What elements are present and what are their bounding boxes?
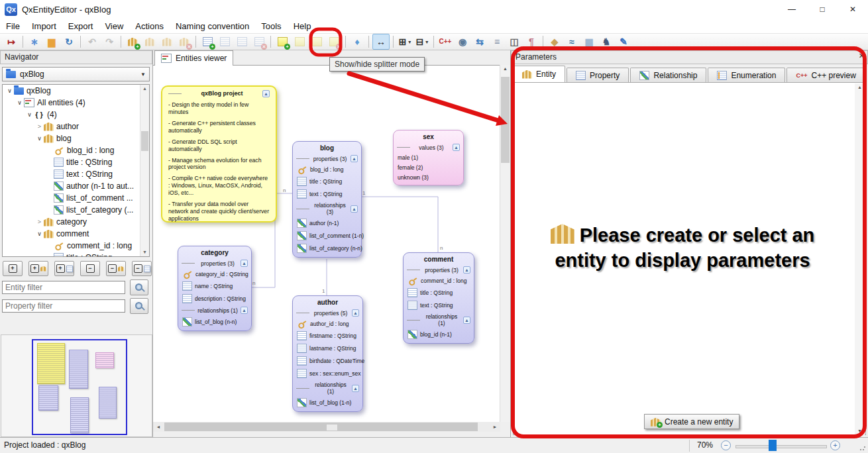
zoom-slider-thumb[interactable] <box>769 440 777 451</box>
tree-item-comment-id-long[interactable]: comment_id : long <box>3 240 149 252</box>
menu-actions[interactable]: Actions <box>129 20 170 32</box>
tree-item-title-qstring[interactable]: title : QString <box>3 252 149 257</box>
menu-file[interactable]: File <box>0 20 26 32</box>
tab-property[interactable]: Property <box>567 68 629 82</box>
entity-filter-search-button[interactable] <box>130 279 148 295</box>
collapse-section-button[interactable]: ▲ <box>453 144 460 151</box>
project-note[interactable]: qxBlog project ▲ - Design the entity mod… <box>161 85 277 223</box>
entity-row-author-id-long[interactable]: author_id : long <box>293 318 362 329</box>
tab-c-preview[interactable]: C++C++ preview <box>787 68 865 82</box>
collapse-section-button[interactable]: ▲ <box>351 155 358 162</box>
parameters-scrollbar[interactable]: ▲ ▼ <box>855 83 865 435</box>
entity-row-title-qstring[interactable]: title : QString <box>293 175 361 187</box>
expanded-chevron-icon[interactable]: ∨ <box>15 99 24 106</box>
entity-row-name-qstring[interactable]: name : QString <box>178 279 251 292</box>
collapse-section-button[interactable]: ▲ <box>352 309 359 317</box>
cpp-export-button[interactable]: C++ <box>437 34 453 49</box>
entity-row-sex-sex-enum-sex[interactable]: sex : sex::enum_sex <box>293 367 362 379</box>
postgresql-button[interactable]: ♞ <box>598 34 614 49</box>
entity-row-list-of-blog-1-n[interactable]: list_of_blog (1-n) <box>293 396 362 409</box>
canvas-vscroll-thumb[interactable] <box>501 77 510 163</box>
scroll-up-icon[interactable]: ▲ <box>140 85 149 93</box>
new-project-button[interactable]: ∗ <box>27 34 42 49</box>
expanded-chevron-icon[interactable]: ∨ <box>35 135 44 142</box>
collapse-section-button[interactable]: ▲ <box>352 385 359 392</box>
tab-relationship[interactable]: Relationship <box>630 68 706 82</box>
zoom-out-button[interactable]: − <box>721 440 731 450</box>
canvas-vertical-scrollbar[interactable]: ▲ <box>500 65 510 422</box>
tree-item-title-qstring[interactable]: title : QString <box>3 156 149 168</box>
tree-item-4[interactable]: ∨{ }(4) <box>3 109 149 121</box>
tab-entity[interactable]: Entity <box>513 66 565 82</box>
entity-row-text-qstring[interactable]: text : QString <box>404 299 474 311</box>
property-filter-search-button[interactable] <box>130 298 148 314</box>
entity-row-list-of-category-n-n[interactable]: list_of_category (n-n) <box>293 242 361 254</box>
zoom-slider-track[interactable] <box>735 445 827 448</box>
entity-row-male-1[interactable]: male (1) <box>394 152 463 162</box>
collapse-section-button[interactable]: ▲ <box>463 317 470 324</box>
tag-button[interactable]: ♦ <box>349 34 365 49</box>
tree-scrollbar-thumb[interactable] <box>141 131 148 151</box>
menu-export[interactable]: Export <box>62 20 99 32</box>
scroll-right-icon[interactable]: ► <box>490 422 500 432</box>
entity-row-category-id-qstring[interactable]: category_id : QString <box>178 268 251 279</box>
scroll-down-icon[interactable]: ▼ <box>855 427 865 435</box>
mssql-button[interactable]: ✎ <box>616 34 631 49</box>
preview-button[interactable]: ◉ <box>455 34 470 49</box>
sqlite-button[interactable]: ▦ <box>581 34 597 49</box>
create-entity-button[interactable]: + Create a new entity <box>644 414 739 429</box>
tree-item-text-qstring[interactable]: text : QString <box>3 168 149 180</box>
entity-row-female-2[interactable]: female (2) <box>394 162 463 172</box>
collapse-entities-tree-button[interactable]: − <box>106 261 126 276</box>
entity-row-author-n-1[interactable]: author (n-1) <box>293 217 361 229</box>
tree-item-all-entities-4[interactable]: ∨All entities (4) <box>3 97 149 109</box>
resize-grip[interactable] <box>859 444 866 451</box>
property-filter-input[interactable] <box>2 299 125 313</box>
tree-item-category[interactable]: >category <box>3 216 149 228</box>
entity-row-list-of-comment-1-n[interactable]: list_of_comment (1-n) <box>293 229 361 242</box>
qxorm-button[interactable]: ◆ <box>547 34 563 49</box>
canvas-horizontal-scrollbar[interactable]: ◄ ► <box>153 422 500 432</box>
menu-view[interactable]: View <box>99 20 129 32</box>
database-export-button[interactable]: ≡ <box>489 34 505 49</box>
expanded-chevron-icon[interactable]: ∨ <box>5 87 14 94</box>
collapse-properties-tree-button[interactable]: − <box>132 261 152 276</box>
entity-row-unknown-3[interactable]: unknown (3) <box>394 172 463 182</box>
tree-item-list-of-comment[interactable]: list_of_comment ... <box>3 192 149 204</box>
menu-tools[interactable]: Tools <box>255 20 287 32</box>
splitter-mode-button[interactable]: ↔ <box>372 34 390 50</box>
entity-row-title-qstring[interactable]: title : QString <box>404 286 474 299</box>
tree-item-qxblog[interactable]: ∨qxBlog <box>3 85 149 97</box>
minimize-button[interactable]: — <box>777 0 807 19</box>
add-note-button[interactable]: + <box>274 34 290 49</box>
scroll-left-icon[interactable]: ◄ <box>153 422 164 432</box>
add-entity-button[interactable]: + <box>125 34 140 49</box>
scroll-up-icon[interactable]: ▲ <box>855 83 865 91</box>
collapse-section-button[interactable]: ▲ <box>241 307 248 314</box>
menu-import[interactable]: Import <box>26 20 62 32</box>
scroll-down-icon[interactable]: ▼ <box>140 248 149 256</box>
add-property-button[interactable]: + <box>199 34 215 49</box>
print-button[interactable]: ◫ <box>506 34 522 49</box>
entity-row-description-qstring[interactable]: description : QString <box>178 292 251 305</box>
expanded-chevron-icon[interactable]: ∨ <box>25 111 34 118</box>
diagram-canvas[interactable]: nn1n1 qxBlog project ▲ - Design the enti… <box>153 65 500 423</box>
entity-row-birthdate-qdatetime[interactable]: birthdate : QDateTime <box>293 354 362 367</box>
entity-box-comment[interactable]: commentproperties (3)▲comment_id : longt… <box>403 252 474 344</box>
menu-naming-convention[interactable]: Naming convention <box>170 20 255 32</box>
tree-item-author-n-1-to-aut[interactable]: author (n-1 to aut... <box>3 180 149 192</box>
entity-box-category[interactable]: categoryproperties (3)▲category_id : QSt… <box>178 246 252 331</box>
close-panel-icon[interactable]: ✕ <box>859 52 865 60</box>
navigator-minimap[interactable] <box>1 334 152 437</box>
network-export-button[interactable]: ⇆ <box>472 34 488 49</box>
tree-item-comment[interactable]: ∨comment <box>3 228 149 240</box>
entity-box-author[interactable]: authorproperties (5)▲author_id : longfir… <box>292 295 363 412</box>
expand-properties-tree-button[interactable]: + <box>54 261 74 276</box>
open-project-button[interactable]: ▆ <box>44 34 60 49</box>
collapsed-chevron-icon[interactable]: > <box>35 219 44 225</box>
entity-row-lastname-qstring[interactable]: lastname : QString <box>293 342 362 354</box>
mysql-button[interactable]: ≈ <box>564 34 580 49</box>
collapse-all-button[interactable]: ⊟▾ <box>414 34 430 49</box>
collapse-section-button[interactable]: ▲ <box>241 260 248 267</box>
entity-box-blog[interactable]: blogproperties (3)▲blog_id : longtitle :… <box>292 141 362 258</box>
